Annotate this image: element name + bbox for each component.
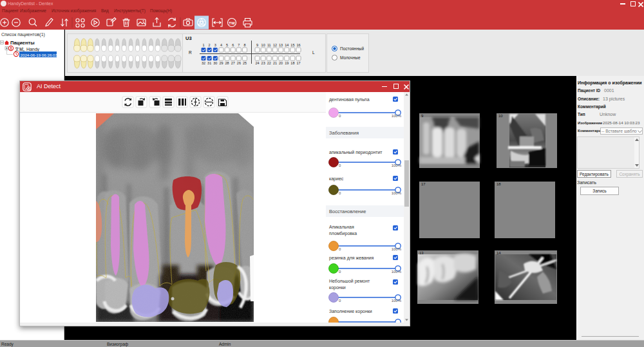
svg-text:30: 30 <box>213 61 217 65</box>
svg-text:17: 17 <box>296 61 300 65</box>
svg-text:20: 20 <box>279 61 283 65</box>
svg-text:16: 16 <box>296 43 300 47</box>
svg-text:29: 29 <box>219 61 223 65</box>
svg-text:резинка для жевания: резинка для жевания <box>329 256 374 261</box>
svg-text:17: 17 <box>421 182 426 186</box>
svg-text:18: 18 <box>497 182 501 186</box>
svg-text:100%: 100% <box>392 247 402 251</box>
svg-text:1: 1 <box>202 43 204 47</box>
svg-text:2: 2 <box>209 43 211 47</box>
svg-text:100%: 100% <box>392 164 402 167</box>
svg-text:12: 12 <box>273 43 277 47</box>
svg-text:дентиновая пульпа: дентиновая пульпа <box>329 97 370 102</box>
svg-text:28: 28 <box>225 61 229 65</box>
svg-text:100%: 100% <box>392 114 402 118</box>
svg-text:10: 10 <box>498 114 503 118</box>
svg-text:13: 13 <box>279 43 283 47</box>
svg-text:3: 3 <box>214 43 216 47</box>
svg-text:13: 13 <box>419 251 424 255</box>
svg-text:5: 5 <box>226 43 228 47</box>
svg-text:7: 7 <box>238 43 240 47</box>
svg-text:100%: 100% <box>392 270 402 274</box>
svg-text:8: 8 <box>244 43 246 47</box>
svg-text:U3: U3 <box>185 35 192 41</box>
svg-text:14: 14 <box>285 43 289 47</box>
svg-text:пломбировка: пломбировка <box>329 231 357 236</box>
svg-text:100%: 100% <box>392 299 402 303</box>
svg-text:25: 25 <box>243 61 247 65</box>
svg-text:24: 24 <box>255 61 259 65</box>
svg-text:26: 26 <box>237 61 241 65</box>
svg-text:R: R <box>189 50 192 55</box>
svg-text:14: 14 <box>497 251 501 255</box>
svg-text:Восстановление: Восстановление <box>329 209 366 214</box>
svg-text:22: 22 <box>267 61 271 65</box>
svg-text:10: 10 <box>261 43 265 47</box>
svg-text:9: 9 <box>256 43 258 47</box>
svg-text:27: 27 <box>231 61 235 65</box>
svg-text:Заполнение коронки: Заполнение коронки <box>329 309 372 314</box>
svg-text:31: 31 <box>207 61 211 65</box>
svg-text:21: 21 <box>273 61 277 65</box>
svg-text:кариес: кариес <box>329 176 344 182</box>
svg-text:19: 19 <box>285 61 289 65</box>
svg-text:Молочные: Молочные <box>340 55 361 60</box>
svg-text:TW: TW <box>229 21 235 25</box>
svg-text:18: 18 <box>290 61 294 65</box>
svg-text:4: 4 <box>220 43 222 47</box>
svg-text:Апикальная: Апикальная <box>329 225 354 229</box>
svg-text:Небольшой ремонт: Небольшой ремонт <box>329 279 370 284</box>
svg-text:коронки: коронки <box>329 285 346 290</box>
svg-text:Заболевания: Заболевания <box>329 130 359 136</box>
svg-text:апикальный периодонтит: апикальный периодонтит <box>329 150 383 155</box>
svg-text:32: 32 <box>202 61 205 65</box>
svg-text:100%: 100% <box>392 191 402 195</box>
svg-text:23: 23 <box>261 61 265 65</box>
svg-text:11: 11 <box>267 43 271 47</box>
svg-text:L: L <box>312 50 315 55</box>
svg-text:15: 15 <box>290 43 294 47</box>
svg-text:6: 6 <box>232 43 234 47</box>
svg-text:Постоянный: Постоянный <box>340 46 364 51</box>
